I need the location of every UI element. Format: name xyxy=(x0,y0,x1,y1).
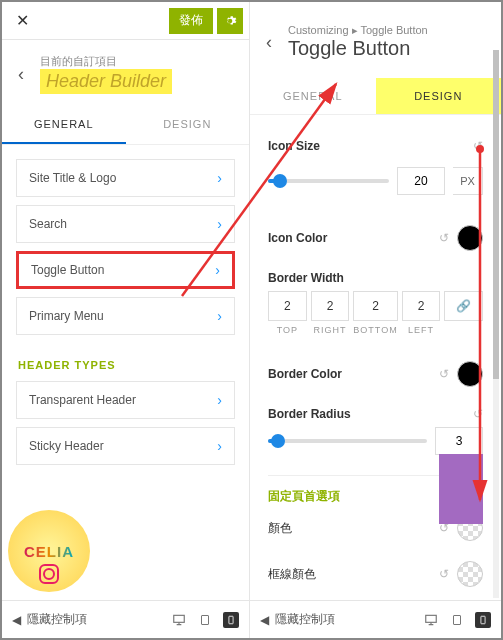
border-width-label: Border Width xyxy=(268,271,483,285)
icon-size-unit: PX xyxy=(453,167,483,195)
svg-rect-1 xyxy=(202,615,209,624)
tab-design[interactable]: DESIGN xyxy=(376,78,502,114)
border-color-swatch[interactable] xyxy=(457,361,483,387)
chevron-right-icon: › xyxy=(217,308,222,324)
border-radius-input[interactable] xyxy=(435,427,483,455)
reset-icon[interactable]: ↺ xyxy=(473,139,483,153)
chevron-right-icon: › xyxy=(215,262,220,278)
slider-thumb[interactable] xyxy=(271,434,285,448)
right-footer: ◀ 隱藏控制項 xyxy=(250,600,501,638)
slider-thumb[interactable] xyxy=(273,174,287,188)
customizer-right-panel: ‹ Customizing ▸ Toggle Button Toggle But… xyxy=(250,2,501,638)
border-left-input[interactable]: 2 xyxy=(402,291,441,321)
reset-icon[interactable]: ↺ xyxy=(439,367,449,381)
annotation-purple-box xyxy=(439,454,483,524)
right-breadcrumb: ‹ Customizing ▸ Toggle Button Toggle But… xyxy=(250,2,501,64)
border-right-input[interactable]: 2 xyxy=(311,291,350,321)
footer-text: 隱藏控制項 xyxy=(275,611,335,628)
border-bottom-input[interactable]: 2 xyxy=(353,291,397,321)
device-desktop-icon[interactable] xyxy=(423,612,439,628)
svg-rect-2 xyxy=(229,616,233,624)
frame-color-label: 框線顏色 xyxy=(268,566,316,583)
chevron-right-icon: › xyxy=(217,216,222,232)
footer-text: 隱藏控制項 xyxy=(27,611,87,628)
reset-icon[interactable]: ↺ xyxy=(473,407,483,421)
border-radius-label: Border Radius xyxy=(268,407,351,421)
device-tablet-icon[interactable] xyxy=(197,612,213,628)
gear-icon[interactable] xyxy=(217,8,243,34)
collapse-icon[interactable]: ◀ xyxy=(12,613,21,627)
instagram-icon xyxy=(39,564,59,584)
scrollbar-thumb[interactable] xyxy=(493,50,499,379)
icon-size-label: Icon Size xyxy=(268,139,320,153)
reset-icon[interactable]: ↺ xyxy=(439,231,449,245)
icon-size-input[interactable] xyxy=(397,167,445,195)
back-chevron-icon[interactable]: ‹ xyxy=(12,59,30,89)
border-radius-slider[interactable] xyxy=(268,439,427,443)
customizer-left-panel: ✕ 發佈 ‹ 目前的自訂項目 Header Builder GENERAL DE… xyxy=(2,2,250,638)
item-sticky-header[interactable]: Sticky Header› xyxy=(16,427,235,465)
device-desktop-icon[interactable] xyxy=(171,612,187,628)
chevron-right-icon: › xyxy=(217,170,222,186)
tab-general[interactable]: GENERAL xyxy=(250,78,376,114)
breadcrumb-path: Customizing ▸ Toggle Button xyxy=(288,24,428,37)
frame-color-swatch[interactable] xyxy=(457,561,483,587)
publish-button[interactable]: 發佈 xyxy=(169,8,213,34)
close-icon[interactable]: ✕ xyxy=(8,7,36,35)
svg-rect-5 xyxy=(481,616,485,624)
scrollbar[interactable] xyxy=(493,50,499,598)
device-tablet-icon[interactable] xyxy=(449,612,465,628)
celia-logo: CELIA xyxy=(8,510,90,592)
right-body: Icon Size ↺ PX Icon Color ↺ Border Width xyxy=(250,115,501,600)
icon-color-swatch[interactable] xyxy=(457,225,483,251)
border-top-input[interactable]: 2 xyxy=(268,291,307,321)
page-title: Header Builder xyxy=(40,69,172,94)
svg-rect-4 xyxy=(454,615,461,624)
link-values-icon[interactable]: 🔗 xyxy=(444,291,483,321)
svg-rect-3 xyxy=(426,615,437,622)
device-mobile-icon[interactable] xyxy=(475,612,491,628)
back-chevron-icon[interactable]: ‹ xyxy=(260,27,278,57)
chevron-right-icon: › xyxy=(217,392,222,408)
device-mobile-icon[interactable] xyxy=(223,612,239,628)
border-width-controls: 2TOP 2RIGHT 2BOTTOM 2LEFT 🔗 xyxy=(268,291,483,335)
svg-rect-0 xyxy=(174,615,185,622)
left-breadcrumb: ‹ 目前的自訂項目 Header Builder xyxy=(2,40,249,98)
icon-color-label: Icon Color xyxy=(268,231,327,245)
left-topbar: ✕ 發佈 xyxy=(2,2,249,40)
breadcrumb-small-text: 目前的自訂項目 xyxy=(40,54,172,69)
right-tabs: GENERAL DESIGN xyxy=(250,78,501,115)
left-footer: ◀ 隱藏控制項 xyxy=(2,600,249,638)
chevron-right-icon: › xyxy=(217,438,222,454)
icon-size-slider[interactable] xyxy=(268,179,389,183)
border-color-label: Border Color xyxy=(268,367,342,381)
item-primary-menu[interactable]: Primary Menu› xyxy=(16,297,235,335)
item-toggle-button[interactable]: Toggle Button› xyxy=(16,251,235,289)
item-site-title-logo[interactable]: Site Title & Logo› xyxy=(16,159,235,197)
section-header-types: HEADER TYPES xyxy=(16,345,235,381)
item-search[interactable]: Search› xyxy=(16,205,235,243)
left-tabs: GENERAL DESIGN xyxy=(2,106,249,145)
tab-general[interactable]: GENERAL xyxy=(2,106,126,144)
collapse-icon[interactable]: ◀ xyxy=(260,613,269,627)
reset-icon[interactable]: ↺ xyxy=(439,567,449,581)
tab-design[interactable]: DESIGN xyxy=(126,106,250,144)
color-label: 顏色 xyxy=(268,520,292,537)
item-transparent-header[interactable]: Transparent Header› xyxy=(16,381,235,419)
page-title: Toggle Button xyxy=(288,37,428,60)
